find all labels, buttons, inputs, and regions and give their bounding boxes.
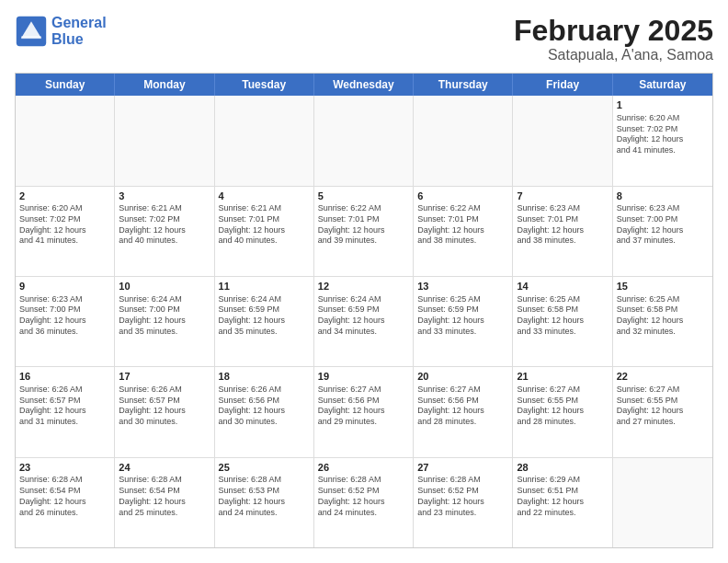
day-info: Sunrise: 6:22 AM Sunset: 7:01 PM Dayligh… [417,203,508,247]
weekday-header-thursday: Thursday [414,74,513,96]
calendar-row-2: 9Sunrise: 6:23 AM Sunset: 7:00 PM Daylig… [16,276,712,366]
weekday-header-tuesday: Tuesday [215,74,314,96]
day-cell-18: 18Sunrise: 6:26 AM Sunset: 6:56 PM Dayli… [215,367,314,456]
day-cell-23: 23Sunrise: 6:28 AM Sunset: 6:54 PM Dayli… [16,458,115,547]
calendar-row-4: 23Sunrise: 6:28 AM Sunset: 6:54 PM Dayli… [16,457,712,547]
day-number: 24 [119,461,210,475]
day-cell-empty-0-2 [215,96,314,185]
day-number: 16 [19,370,110,384]
day-number: 27 [417,461,508,475]
day-number: 7 [517,190,608,203]
header: General Blue February 2025 Satapuala, A'… [15,15,713,63]
day-number: 4 [219,190,310,203]
day-number: 8 [617,190,709,203]
day-info: Sunrise: 6:21 AM Sunset: 7:02 PM Dayligh… [119,203,210,247]
day-info: Sunrise: 6:22 AM Sunset: 7:01 PM Dayligh… [318,203,409,247]
day-number: 19 [318,370,409,384]
day-number: 6 [417,190,508,203]
day-cell-10: 10Sunrise: 6:24 AM Sunset: 7:00 PM Dayli… [115,277,214,366]
logo-icon [15,15,48,48]
day-info: Sunrise: 6:23 AM Sunset: 7:01 PM Dayligh… [517,203,608,247]
logo-blue: Blue [51,31,107,48]
day-cell-8: 8Sunrise: 6:23 AM Sunset: 7:00 PM Daylig… [613,187,712,276]
day-info: Sunrise: 6:20 AM Sunset: 7:02 PM Dayligh… [19,203,110,247]
day-number: 20 [417,370,508,384]
day-cell-1: 1Sunrise: 6:20 AM Sunset: 7:02 PM Daylig… [613,96,712,185]
day-number: 5 [318,190,409,203]
day-number: 17 [119,370,210,384]
day-number: 15 [617,280,709,293]
day-cell-21: 21Sunrise: 6:27 AM Sunset: 6:55 PM Dayli… [513,367,612,456]
day-cell-17: 17Sunrise: 6:26 AM Sunset: 6:57 PM Dayli… [115,367,214,456]
day-info: Sunrise: 6:27 AM Sunset: 6:56 PM Dayligh… [318,385,409,428]
day-info: Sunrise: 6:24 AM Sunset: 6:59 PM Dayligh… [318,294,409,338]
page: General Blue February 2025 Satapuala, A'… [0,0,728,563]
calendar-header: SundayMondayTuesdayWednesdayThursdayFrid… [16,74,712,96]
weekday-header-monday: Monday [115,74,214,96]
day-cell-24: 24Sunrise: 6:28 AM Sunset: 6:54 PM Dayli… [115,458,214,547]
day-number: 10 [119,280,210,293]
day-info: Sunrise: 6:23 AM Sunset: 7:00 PM Dayligh… [19,294,110,338]
day-number: 1 [617,98,709,112]
day-cell-empty-0-1 [115,96,214,185]
day-cell-28: 28Sunrise: 6:29 AM Sunset: 6:51 PM Dayli… [513,458,612,547]
day-info: Sunrise: 6:26 AM Sunset: 6:57 PM Dayligh… [19,385,110,428]
day-info: Sunrise: 6:28 AM Sunset: 6:53 PM Dayligh… [219,475,310,518]
day-info: Sunrise: 6:24 AM Sunset: 6:59 PM Dayligh… [219,294,310,338]
day-number: 18 [219,370,310,384]
day-cell-empty-0-3 [314,96,414,185]
calendar-subtitle: Satapuala, A'ana, Samoa [514,47,713,63]
day-cell-12: 12Sunrise: 6:24 AM Sunset: 6:59 PM Dayli… [314,277,414,366]
day-info: Sunrise: 6:25 AM Sunset: 6:59 PM Dayligh… [417,294,508,338]
day-number: 28 [517,461,608,475]
day-cell-27: 27Sunrise: 6:28 AM Sunset: 6:52 PM Dayli… [414,458,513,547]
day-cell-16: 16Sunrise: 6:26 AM Sunset: 6:57 PM Dayli… [16,367,115,456]
logo-general: General [51,15,107,31]
day-cell-empty-0-0 [16,96,115,185]
day-cell-9: 9Sunrise: 6:23 AM Sunset: 7:00 PM Daylig… [16,277,115,366]
day-info: Sunrise: 6:28 AM Sunset: 6:52 PM Dayligh… [318,475,409,518]
day-number: 2 [19,190,110,203]
day-number: 3 [119,190,210,203]
day-info: Sunrise: 6:28 AM Sunset: 6:52 PM Dayligh… [417,475,508,518]
day-number: 26 [318,461,409,475]
calendar-body: 1Sunrise: 6:20 AM Sunset: 7:02 PM Daylig… [16,96,712,547]
day-info: Sunrise: 6:27 AM Sunset: 6:55 PM Dayligh… [617,385,709,428]
day-number: 14 [517,280,608,293]
day-number: 11 [219,280,310,293]
day-number: 13 [417,280,508,293]
day-number: 21 [517,370,608,384]
day-cell-4: 4Sunrise: 6:21 AM Sunset: 7:01 PM Daylig… [215,187,314,276]
day-cell-26: 26Sunrise: 6:28 AM Sunset: 6:52 PM Dayli… [314,458,414,547]
day-cell-3: 3Sunrise: 6:21 AM Sunset: 7:02 PM Daylig… [115,187,214,276]
calendar-title: February 2025 [514,15,713,47]
weekday-header-sunday: Sunday [16,74,115,96]
day-info: Sunrise: 6:20 AM Sunset: 7:02 PM Dayligh… [617,113,709,156]
day-info: Sunrise: 6:28 AM Sunset: 6:54 PM Dayligh… [119,475,210,518]
day-cell-14: 14Sunrise: 6:25 AM Sunset: 6:58 PM Dayli… [513,277,612,366]
day-number: 25 [219,461,310,475]
weekday-header-saturday: Saturday [613,74,712,96]
day-number: 23 [19,461,110,475]
day-cell-11: 11Sunrise: 6:24 AM Sunset: 6:59 PM Dayli… [215,277,314,366]
day-cell-19: 19Sunrise: 6:27 AM Sunset: 6:56 PM Dayli… [314,367,414,456]
day-number: 22 [617,370,709,384]
day-info: Sunrise: 6:25 AM Sunset: 6:58 PM Dayligh… [517,294,608,338]
calendar-row-3: 16Sunrise: 6:26 AM Sunset: 6:57 PM Dayli… [16,366,712,456]
weekday-header-friday: Friday [513,74,612,96]
calendar-row-0: 1Sunrise: 6:20 AM Sunset: 7:02 PM Daylig… [16,96,712,185]
day-cell-5: 5Sunrise: 6:22 AM Sunset: 7:01 PM Daylig… [314,187,414,276]
day-cell-empty-0-4 [414,96,513,185]
day-info: Sunrise: 6:29 AM Sunset: 6:51 PM Dayligh… [517,475,608,518]
day-cell-15: 15Sunrise: 6:25 AM Sunset: 6:58 PM Dayli… [613,277,712,366]
day-number: 12 [318,280,409,293]
day-cell-empty-0-5 [513,96,612,185]
day-info: Sunrise: 6:26 AM Sunset: 6:56 PM Dayligh… [219,385,310,428]
calendar: SundayMondayTuesdayWednesdayThursdayFrid… [15,73,713,548]
day-cell-13: 13Sunrise: 6:25 AM Sunset: 6:59 PM Dayli… [414,277,513,366]
day-info: Sunrise: 6:25 AM Sunset: 6:58 PM Dayligh… [617,294,709,338]
weekday-header-wednesday: Wednesday [314,74,414,96]
day-cell-2: 2Sunrise: 6:20 AM Sunset: 7:02 PM Daylig… [16,187,115,276]
calendar-row-1: 2Sunrise: 6:20 AM Sunset: 7:02 PM Daylig… [16,186,712,276]
day-info: Sunrise: 6:24 AM Sunset: 7:00 PM Dayligh… [119,294,210,338]
